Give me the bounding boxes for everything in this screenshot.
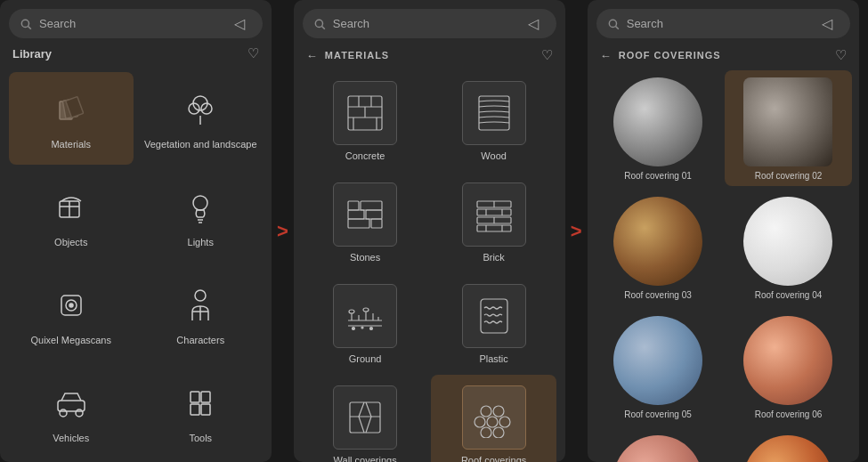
mat-item-roofcoverings[interactable]: Roof coverings <box>431 375 556 462</box>
mat-label-plastic: Plastic <box>479 353 507 364</box>
roof-item-04[interactable]: Roof covering 04 <box>725 190 852 305</box>
stones-icon <box>333 182 397 247</box>
svg-rect-26 <box>191 404 199 415</box>
mat-item-wood[interactable]: Wood <box>431 70 556 168</box>
svg-point-75 <box>493 427 504 438</box>
mat-label-stones: Stones <box>350 252 380 263</box>
svg-rect-67 <box>350 402 380 433</box>
wallcoverings-icon <box>333 385 397 450</box>
mat-item-concrete[interactable]: Concrete <box>303 70 428 168</box>
back-arrow-2[interactable]: ◁ <box>528 15 539 32</box>
materials-grid: Concrete Wood <box>294 69 565 462</box>
back-arrow-3[interactable]: ◁ <box>822 15 832 32</box>
lib-item-objects[interactable]: Objects <box>9 170 134 263</box>
mat-item-stones[interactable]: Stones <box>303 172 428 270</box>
mat-label-wood: Wood <box>481 150 507 161</box>
roofcoverings-icon <box>462 385 526 450</box>
lib-item-materials[interactable]: Materials <box>9 72 134 165</box>
roof-thumb-07 <box>613 435 702 462</box>
svg-rect-43 <box>348 219 369 228</box>
roof-thumb-08 <box>743 435 832 462</box>
mat-label-concrete: Concrete <box>345 150 385 161</box>
roof-item-05[interactable]: Roof covering 05 <box>595 309 722 425</box>
roof-coverings-title: ROOF COVERINGS <box>619 50 721 61</box>
roof-item-03[interactable]: Roof covering 03 <box>595 190 722 305</box>
search-placeholder-1: Search <box>39 17 76 30</box>
roof-label-05: Roof covering 05 <box>624 409 692 419</box>
materials-title: MATERIALS <box>325 50 389 61</box>
concrete-icon <box>333 81 397 145</box>
svg-point-22 <box>60 409 67 417</box>
svg-point-18 <box>195 290 206 301</box>
lib-item-materials-label: Materials <box>51 139 91 150</box>
roof-thumb-04 <box>743 197 832 286</box>
svg-point-7 <box>201 103 212 114</box>
roof-item-01[interactable]: Roof covering 01 <box>595 70 722 186</box>
svg-rect-48 <box>477 225 511 231</box>
mat-item-wallcoverings[interactable]: Wall coverings <box>303 375 428 462</box>
svg-rect-41 <box>348 201 359 210</box>
search-bar-3[interactable]: Search ◁ <box>596 9 850 38</box>
svg-rect-44 <box>371 219 382 228</box>
materials-header: ← MATERIALS ♡ <box>294 44 565 69</box>
svg-point-0 <box>21 20 28 27</box>
lib-item-quixel-label: Quixel Megascans <box>31 335 112 345</box>
search-bar-2[interactable]: Search ◁ <box>303 9 556 38</box>
roof-thumb-01 <box>613 77 702 166</box>
lib-item-tools-label: Tools <box>189 433 212 443</box>
ground-icon <box>333 284 397 348</box>
search-icon-3 <box>607 18 620 30</box>
roof-item-08[interactable]: Roof covering 08 <box>725 428 852 462</box>
search-placeholder-3: Search <box>627 17 663 30</box>
heart-icon-2[interactable]: ♡ <box>541 47 553 63</box>
quixel-icon <box>53 287 90 329</box>
roof-item-06[interactable]: Roof covering 06 <box>725 309 852 425</box>
materials-panel: Search ◁ ← MATERIALS ♡ <box>294 0 565 462</box>
mat-item-brick[interactable]: Brick <box>431 172 556 270</box>
brick-icon <box>462 182 526 247</box>
svg-point-76 <box>609 20 616 27</box>
mat-item-plastic[interactable]: Plastic <box>431 273 556 371</box>
roof-label-01: Roof covering 01 <box>624 171 692 181</box>
mat-label-brick: Brick <box>483 252 504 263</box>
svg-point-64 <box>353 328 355 330</box>
lib-item-characters-label: Characters <box>176 335 224 345</box>
svg-rect-42 <box>361 201 382 210</box>
library-header: Library ♡ <box>0 44 272 69</box>
svg-rect-24 <box>191 392 199 402</box>
lib-item-objects-label: Objects <box>54 237 87 247</box>
lib-item-lights[interactable]: Lights <box>139 170 264 263</box>
svg-point-70 <box>493 406 504 417</box>
lib-item-characters[interactable]: Characters <box>139 268 264 361</box>
mat-item-ground[interactable]: Ground <box>303 273 428 371</box>
roof-back-btn[interactable]: ← <box>600 49 612 62</box>
lights-icon <box>182 189 219 231</box>
svg-point-65 <box>361 327 363 328</box>
materials-back-btn[interactable]: ← <box>306 49 318 62</box>
roof-thumb-02 <box>743 77 832 166</box>
heart-icon-3[interactable]: ♡ <box>835 47 847 63</box>
lib-item-vehicles[interactable]: Vehicles <box>9 366 134 458</box>
search-bar-1[interactable]: Search ◁ <box>9 9 263 38</box>
back-arrow-1[interactable]: ◁ <box>234 15 245 32</box>
svg-point-17 <box>69 304 73 307</box>
svg-point-73 <box>499 417 510 427</box>
roof-label-06: Roof covering 06 <box>755 409 823 419</box>
roof-coverings-grid: Roof covering 01 Roof covering 02 Roof c… <box>588 69 859 462</box>
svg-point-28 <box>315 20 322 27</box>
svg-rect-40 <box>366 210 382 219</box>
lib-item-vegetation[interactable]: Vegetation and landscape <box>139 72 264 165</box>
heart-icon-1[interactable]: ♡ <box>247 45 259 61</box>
tools-icon <box>182 385 219 427</box>
library-title: Library <box>12 47 52 61</box>
lib-item-quixel[interactable]: Quixel Megascans <box>9 268 134 361</box>
materials-icon <box>53 91 90 134</box>
svg-line-1 <box>28 26 31 28</box>
search-icon-1 <box>20 18 32 30</box>
lib-item-tools[interactable]: Tools <box>139 366 264 458</box>
roof-item-02[interactable]: Roof covering 02 <box>725 70 852 186</box>
library-grid: Materials Vegetation and landscape <box>0 69 272 462</box>
characters-icon <box>182 287 219 329</box>
lib-item-lights-label: Lights <box>188 237 214 247</box>
roof-item-07[interactable]: Roof covering 07 <box>595 428 722 462</box>
